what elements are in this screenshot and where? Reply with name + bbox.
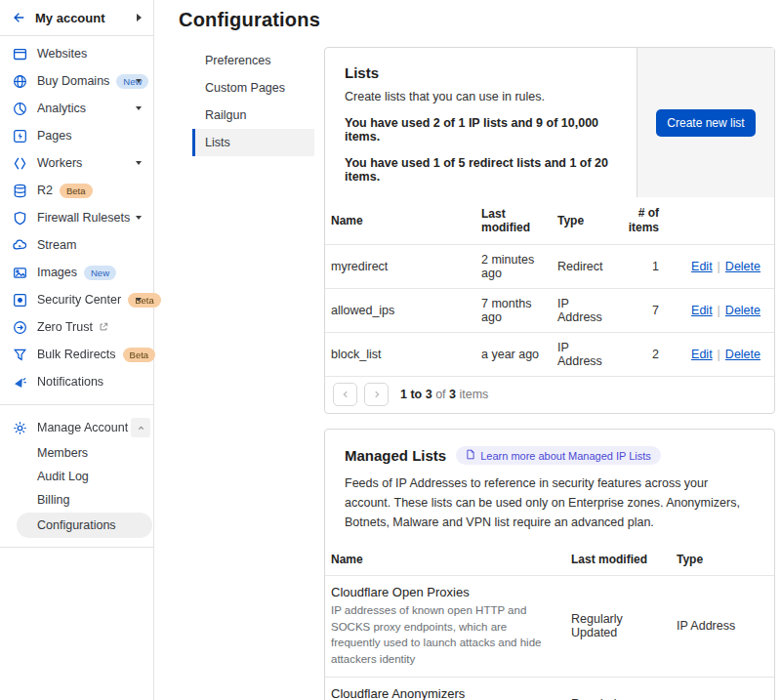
action-separator: | (718, 304, 720, 317)
pagination-info: 1 to 3 of 3 items (400, 388, 488, 401)
list-item-count: 1 (622, 245, 673, 289)
pagination: 1 to 3 of 3 items (325, 376, 774, 413)
page-title: Configurations (179, 9, 775, 31)
managed-list-name: Cloudflare Open Proxies (331, 585, 557, 599)
tab-lists[interactable]: Lists (192, 129, 314, 156)
sidebar-item-label: Stream (37, 238, 76, 252)
col-header-actions (673, 197, 774, 245)
tab-preferences[interactable]: Preferences (192, 47, 314, 74)
sidebar-item-label: Workers (37, 156, 82, 170)
account-header: My account (0, 0, 153, 36)
next-page-button[interactable] (364, 383, 389, 406)
delete-link[interactable]: Delete (725, 348, 760, 361)
table-row: Cloudflare AnonymizersIP addresses of kn… (325, 677, 774, 700)
sidebar-divider (0, 404, 153, 405)
col-header-last-modified: Last modified (565, 544, 671, 576)
managed-lists-title: Managed Lists (345, 447, 446, 464)
sidebar-item-label: R2 (37, 184, 53, 197)
back-arrow-icon[interactable] (12, 11, 25, 24)
managed-list-last-modified: Regularly Updated (565, 677, 671, 700)
table-row: block_list a year ago IP Address 2 Edit|… (325, 333, 774, 377)
delete-link[interactable]: Delete (725, 260, 760, 273)
sidebar-divider (0, 547, 153, 548)
sidebar: My account Websites Buy Domains New Anal… (0, 0, 154, 700)
chevron-down-icon[interactable] (136, 216, 142, 220)
managed-list-name: Cloudflare Anonymizers (331, 686, 557, 700)
sidebar-item-label: Security Center (37, 293, 121, 307)
edit-link[interactable]: Edit (691, 304, 713, 317)
sidebar-item-workers[interactable]: Workers (0, 149, 153, 177)
document-icon (466, 449, 475, 462)
sidebar-item-websites[interactable]: Websites (0, 40, 153, 67)
managed-list-description: IP addresses of known open HTTP and SOCK… (331, 602, 557, 668)
tab-custom-pages[interactable]: Custom Pages (192, 74, 314, 102)
create-list-panel: Create new list (637, 48, 774, 197)
sidebar-item-billing[interactable]: Billing (0, 488, 153, 512)
sidebar-item-label: Websites (37, 47, 87, 61)
sidebar-item-security-center[interactable]: Security Center Beta (0, 286, 153, 313)
stream-cloud-icon (12, 237, 27, 253)
chevron-down-icon[interactable] (136, 106, 142, 110)
workers-icon (12, 155, 27, 171)
list-last-modified: a year ago (475, 333, 552, 377)
sidebar-item-configurations[interactable]: Configurations (17, 513, 152, 538)
sidebar-item-label: Billing (37, 493, 69, 507)
sidebar-item-bulk-redirects[interactable]: Bulk Redirects Beta (0, 341, 153, 368)
list-name: myredirect (325, 245, 475, 289)
sidebar-item-label: Members (37, 446, 88, 460)
managed-lists-card: Managed Lists Learn more about Managed I… (324, 429, 775, 700)
chevron-down-icon[interactable] (136, 79, 142, 83)
managed-list-type: IP Address (671, 677, 774, 700)
pages-icon (12, 128, 27, 144)
sidebar-item-pages[interactable]: Pages (0, 122, 153, 149)
learn-more-link[interactable]: Learn more about Managed IP Lists (456, 446, 661, 465)
sidebar-item-label: Buy Domains (37, 74, 109, 88)
database-icon (12, 183, 27, 198)
list-name: block_list (325, 333, 475, 377)
sidebar-item-images[interactable]: Images New (0, 259, 153, 286)
managed-lists-description: Feeds of IP Addresses to reference in se… (345, 474, 755, 532)
action-separator: | (718, 260, 720, 273)
lists-card-title: Lists (345, 64, 621, 81)
new-badge: New (84, 266, 116, 280)
table-row: allowed_ips 7 months ago IP Address 7 Ed… (325, 289, 774, 333)
chevron-down-icon[interactable] (136, 161, 142, 165)
edit-link[interactable]: Edit (691, 260, 713, 273)
list-type: Redirect (552, 245, 622, 289)
col-header-type: Type (671, 544, 774, 576)
gear-icon (12, 420, 27, 435)
sidebar-item-manage-account[interactable]: Manage Account (0, 414, 153, 441)
sidebar-item-notifications[interactable]: Notifications (0, 368, 153, 395)
redirect-lists-usage: You have used 1 of 5 redirect lists and … (345, 156, 621, 184)
chevron-down-icon[interactable] (136, 298, 142, 302)
sidebar-item-label: Bulk Redirects (37, 348, 116, 361)
col-header-name: Name (325, 544, 565, 576)
sidebar-item-audit-log[interactable]: Audit Log (0, 465, 153, 488)
globe-icon (12, 73, 27, 89)
sidebar-item-label: Audit Log (37, 470, 89, 483)
delete-link[interactable]: Delete (725, 304, 760, 317)
list-item-count: 7 (622, 289, 673, 333)
ip-lists-usage: You have used 2 of 1 IP lists and 9 of 1… (345, 116, 621, 144)
sidebar-item-analytics[interactable]: Analytics (0, 95, 153, 122)
previous-page-button[interactable] (333, 383, 357, 406)
sidebar-item-label: Images (37, 266, 77, 279)
sidebar-item-members[interactable]: Members (0, 441, 153, 465)
sidebar-item-zero-trust[interactable]: Zero Trust (0, 313, 153, 341)
beta-badge: Beta (123, 348, 156, 362)
image-icon (12, 265, 27, 280)
col-header-items: # of items (622, 197, 673, 245)
sidebar-item-buy-domains[interactable]: Buy Domains New (0, 67, 153, 95)
list-type: IP Address (552, 289, 622, 333)
collapse-section-button[interactable] (131, 418, 150, 437)
chevron-right-icon[interactable] (137, 14, 142, 21)
sidebar-item-r2[interactable]: R2 Beta (0, 177, 153, 204)
tab-railgun[interactable]: Railgun (192, 102, 314, 129)
list-type: IP Address (552, 333, 622, 377)
create-new-list-button[interactable]: Create new list (656, 109, 755, 137)
sidebar-item-stream[interactable]: Stream (0, 231, 153, 259)
table-row: Cloudflare Open ProxiesIP addresses of k… (325, 576, 774, 678)
security-center-icon (12, 292, 27, 308)
sidebar-item-firewall-rulesets[interactable]: Firewall Rulesets (0, 204, 153, 231)
edit-link[interactable]: Edit (691, 348, 713, 361)
